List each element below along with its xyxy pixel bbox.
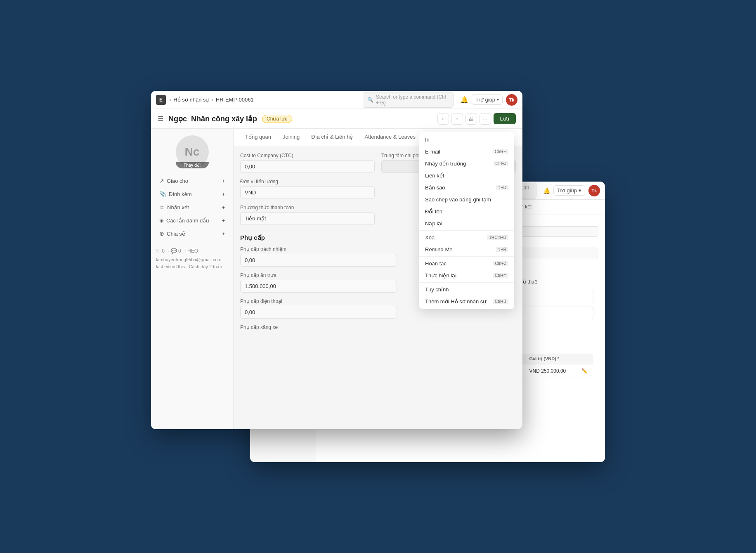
inv-notification-icon[interactable]: 🔔 [543, 187, 550, 194]
save-button[interactable]: Lưu [494, 113, 516, 124]
sidebar-item-nhan-xet[interactable]: ☆ Nhận xét + [156, 201, 228, 213]
help-button[interactable]: Trợ giúp ▾ [472, 95, 503, 105]
avatar-initials: Nc [185, 145, 200, 158]
sidebar-item-label-giao-cho: Giao cho [167, 178, 188, 184]
add-danh-dau-icon[interactable]: + [222, 217, 225, 224]
breadcrumb-hr[interactable]: Hồ sơ nhân sự [173, 97, 209, 103]
editor-email: lamhuyentrang95ba@gmail.com [156, 256, 228, 263]
tab-tong-quan[interactable]: Tổng quan [240, 129, 276, 146]
search-bar[interactable]: 🔍 Search or type a command (Ctrl + G) [363, 92, 454, 108]
sidebar-item-label-dinh-kem: Đính kèm [169, 191, 192, 197]
add-dinh-kem-icon[interactable]: + [222, 191, 225, 197]
search-icon: 🔍 [367, 97, 373, 103]
nhan-xet-icon: ☆ [159, 204, 165, 210]
invoice-topbar-actions: 🔔 Trợ giúp ▾ Tk [543, 185, 600, 196]
tab-dia-chi[interactable]: Địa chỉ & Liên hệ [306, 129, 358, 146]
sidebar-item-giao-cho[interactable]: ↗ Giao cho + [156, 175, 228, 187]
ctc-label: Cost to Company (CTC) [240, 153, 375, 158]
menu-item-remind[interactable]: Remind Me ⇧+R [419, 243, 514, 255]
last-edited: last edited this · Cách đây 2 tuần [156, 263, 228, 270]
phuong-thuc-label: Phương thức thanh toán [240, 205, 375, 210]
notification-icon[interactable]: 🔔 [460, 96, 468, 104]
menu-item-xoa[interactable]: Xóa ⇧+Ctrl+D [419, 232, 514, 243]
prev-button[interactable]: ‹ [437, 113, 449, 125]
menu-item-remind-shortcut: ⇧+R [496, 247, 508, 252]
menu-item-nap-lai-label: Nạp lại [425, 220, 442, 227]
inv-help-button[interactable]: Trợ giúp ▾ [553, 185, 585, 196]
employee-avatar[interactable]: Nc Thay đổi [176, 135, 209, 168]
menu-item-thuc-hien-label: Thực hiện lại [425, 272, 456, 279]
menu-item-email-shortcut: Ctrl+E [493, 149, 508, 154]
tab-joining[interactable]: Joining [278, 129, 305, 146]
add-chia-se-icon[interactable]: + [222, 231, 225, 237]
print-button[interactable]: 🖨 [465, 113, 477, 125]
danh-dau-icon: ◈ [159, 217, 164, 224]
giao-cho-icon: ↗ [159, 177, 164, 184]
comment-count: · 💬 0 [168, 248, 181, 254]
col-action [578, 354, 593, 364]
inv-user-avatar[interactable]: Tk [588, 185, 600, 196]
phu-cap-xang-label: Phụ cấp xăng xe [240, 324, 516, 330]
menu-item-email-label: E-mail [425, 149, 440, 155]
phu-cap-dt-input[interactable] [240, 306, 397, 319]
next-button[interactable]: › [451, 113, 463, 125]
phu-cap-an-trua-input[interactable] [240, 280, 397, 293]
col-gia-tri: Giá trị (VND) * [526, 354, 578, 364]
menu-item-tuy-chinh[interactable]: Tùy chỉnh [419, 284, 514, 295]
sidebar-item-chia-se[interactable]: ⊕ Chia sẻ + [156, 228, 228, 239]
menu-item-them-moi[interactable]: Thêm mới Hồ sơ nhân sự Ctrl+B [419, 295, 514, 307]
menu-item-sao-chep[interactable]: Sao chép vào bảng ghi tạm [419, 194, 514, 206]
menu-item-in-label: In [425, 137, 430, 143]
record-title: Ngọc_Nhân công xây lắp [168, 114, 257, 123]
menu-item-doi-ten[interactable]: Đổi tên [419, 206, 514, 217]
menu-item-nhay-label: Nhảy đến trường [425, 161, 466, 167]
menu-item-email[interactable]: E-mail Ctrl+E [419, 146, 514, 158]
phu-cap-trach-nhiem-input[interactable] [240, 254, 397, 267]
phuong-thuc-select[interactable]: Tiền mặt [240, 212, 375, 225]
sidebar-item-dinh-kem[interactable]: 📎 Đính kèm + [156, 188, 228, 200]
phuong-thuc-group: Phương thức thanh toán Tiền mặt [240, 205, 375, 225]
breadcrumb-sep: › [169, 97, 171, 103]
sidebar-item-danh-dau[interactable]: ◈ Các lần đánh dấu + [156, 215, 228, 226]
menu-item-ban-sao[interactable]: Bản sao ⇧+D [419, 182, 514, 194]
toolbar-right: ‹ › 🖨 ··· Lưu [437, 113, 516, 125]
sidebar-item-label-chia-se: Chia sẻ [167, 231, 185, 237]
don-vi-input[interactable] [240, 186, 375, 199]
menu-item-nap-lai[interactable]: Nạp lại [419, 217, 514, 229]
avatar-overlay: Thay đổi [176, 162, 209, 168]
hamburger-icon[interactable]: ☰ [158, 115, 163, 123]
menu-item-hoan-tac-shortcut: Ctrl+Z [493, 261, 509, 266]
tab-attendance[interactable]: Attendance & Leaves [359, 129, 421, 146]
more-button[interactable]: ··· [480, 113, 491, 125]
topbar-actions: 🔔 Trợ giúp ▾ Tk [460, 94, 517, 106]
phu-cap-xang-group: Phụ cấp xăng xe [240, 324, 516, 330]
sidebar-item-label-nhan-xet: Nhận xét [167, 204, 189, 210]
sidebar-item-label-danh-dau: Các lần đánh dấu [166, 217, 209, 224]
status-badge: Chưa lưu [262, 115, 292, 123]
don-vi-group: Đơn vị tiền lương [240, 179, 375, 199]
breadcrumb-id[interactable]: HR-EMP-00061 [216, 97, 254, 103]
menu-item-nhay[interactable]: Nhảy đến trường Ctrl+J [419, 158, 514, 170]
help-dropdown-icon: ▾ [497, 97, 499, 102]
menu-item-remind-label: Remind Me [425, 246, 452, 253]
menu-item-xoa-label: Xóa [425, 234, 435, 241]
menu-item-tuy-chinh-label: Tùy chỉnh [425, 286, 449, 293]
row-gia-tri: VND 250.000,00 [526, 364, 578, 378]
user-avatar[interactable]: Tk [506, 94, 517, 106]
menu-item-in[interactable]: In [419, 134, 514, 146]
menu-item-lien-ket[interactable]: Liên kết [419, 170, 514, 182]
menu-item-hoan-tac[interactable]: Hoàn tác Ctrl+Z [419, 258, 514, 269]
add-nhan-xet-icon[interactable]: + [222, 204, 225, 210]
inv-help-arrow: ▾ [579, 187, 581, 194]
menu-item-thuc-hien[interactable]: Thực hiện lại Ctrl+Y [419, 269, 514, 281]
menu-item-lien-ket-label: Liên kết [425, 173, 444, 179]
menu-item-xoa-shortcut: ⇧+Ctrl+D [487, 235, 508, 240]
like-count: ♡ 0 [156, 248, 165, 254]
activity-section: ♡ 0 · 💬 0 THEO lamhuyentrang95ba@gmail.c… [156, 248, 228, 270]
ctc-input[interactable] [240, 160, 375, 173]
add-giao-cho-icon[interactable]: + [222, 178, 225, 184]
search-placeholder: Search or type a command (Ctrl + G) [376, 94, 449, 106]
row-edit-icon[interactable]: ✏️ [578, 364, 593, 378]
chia-se-icon: ⊕ [159, 230, 164, 237]
ctc-group: Cost to Company (CTC) [240, 153, 375, 173]
